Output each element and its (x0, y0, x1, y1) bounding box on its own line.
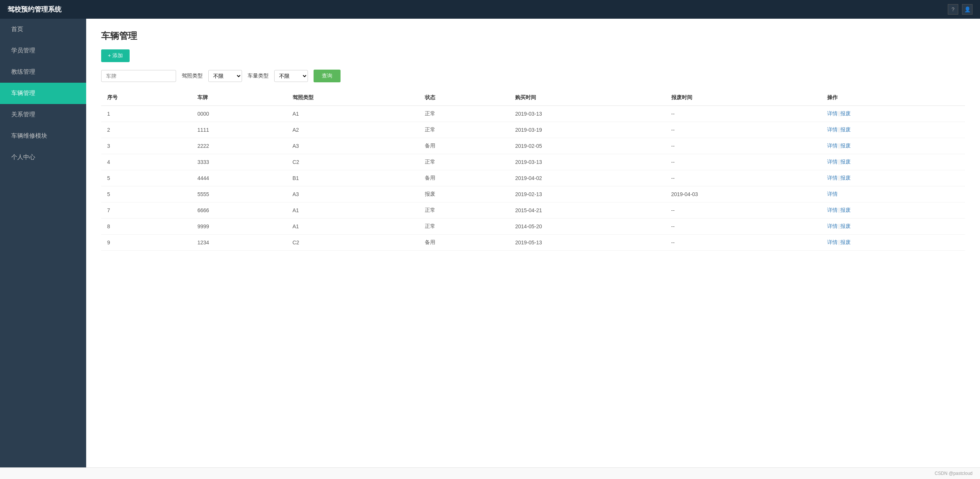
op-scrap-link[interactable]: 报废 (840, 159, 851, 165)
cell-status: 备用 (419, 235, 509, 251)
table-row: 8 9999 A1 正常 2014-05-20 -- 详情|报废 (101, 219, 965, 235)
cell-status: 备用 (419, 138, 509, 154)
app-title: 驾校预约管理系统 (8, 5, 61, 14)
cell-buy-date: 2014-05-20 (509, 219, 665, 235)
cell-ops: 详情|报废 (821, 219, 965, 235)
sidebar-item-personal[interactable]: 个人中心 (0, 147, 86, 168)
cell-scrap-date: -- (665, 219, 821, 235)
op-scrap-link[interactable]: 报废 (840, 207, 851, 213)
op-separator: | (838, 239, 840, 245)
col-license: 驾照类型 (286, 90, 419, 106)
sidebar: 首页 学员管理 教练管理 车辆管理 关系管理 车辆维修模块 个人中心 (0, 19, 86, 467)
vehicle-table: 序号 车牌 驾照类型 状态 购买时间 报废时间 操作 1 0000 A1 正常 … (101, 90, 965, 251)
op-separator: | (838, 159, 840, 165)
cell-buy-date: 2019-03-19 (509, 122, 665, 138)
cell-id: 4 (101, 154, 191, 170)
cell-plate: 1111 (191, 122, 286, 138)
cell-license: A3 (286, 186, 419, 203)
cell-status: 正常 (419, 154, 509, 170)
cell-buy-date: 2019-03-13 (509, 106, 665, 122)
col-scrap-date: 报废时间 (665, 90, 821, 106)
cell-buy-date: 2019-03-13 (509, 154, 665, 170)
cell-id: 2 (101, 122, 191, 138)
license-type-select[interactable]: 不限 A1 A2 A3 B1 B2 C1 C2 (208, 70, 242, 82)
op-detail-link[interactable]: 详情 (827, 159, 838, 165)
header: 驾校预约管理系统 ? 👤 (0, 0, 980, 19)
cell-plate: 2222 (191, 138, 286, 154)
cell-scrap-date: -- (665, 235, 821, 251)
cell-status: 正常 (419, 122, 509, 138)
op-scrap-link[interactable]: 报废 (840, 223, 851, 229)
op-detail-link[interactable]: 详情 (827, 223, 838, 229)
page-title: 车辆管理 (101, 30, 965, 42)
plate-input[interactable] (101, 70, 176, 82)
cell-buy-date: 2019-02-05 (509, 138, 665, 154)
cell-id: 5 (101, 186, 191, 203)
op-detail-link[interactable]: 详情 (827, 127, 838, 132)
sidebar-item-repair[interactable]: 车辆维修模块 (0, 125, 86, 147)
col-id: 序号 (101, 90, 191, 106)
main-content: 车辆管理 + 添加 驾照类型 不限 A1 A2 A3 B1 B2 C1 C2 车… (86, 19, 980, 467)
cell-scrap-date: -- (665, 154, 821, 170)
cell-id: 1 (101, 106, 191, 122)
sidebar-item-student[interactable]: 学员管理 (0, 40, 86, 61)
op-scrap-link[interactable]: 报废 (840, 127, 851, 132)
op-detail-link[interactable]: 详情 (827, 239, 838, 245)
op-detail-link[interactable]: 详情 (827, 110, 838, 116)
table-row: 7 6666 A1 正常 2015-04-21 -- 详情|报废 (101, 203, 965, 219)
table-row: 9 1234 C2 备用 2019-05-13 -- 详情|报废 (101, 235, 965, 251)
layout: 首页 学员管理 教练管理 车辆管理 关系管理 车辆维修模块 个人中心 车辆管理 … (0, 19, 980, 467)
cell-license: A1 (286, 203, 419, 219)
cell-plate: 9999 (191, 219, 286, 235)
sidebar-item-vehicle[interactable]: 车辆管理 (0, 83, 86, 104)
table-row: 1 0000 A1 正常 2019-03-13 -- 详情|报废 (101, 106, 965, 122)
cell-status: 正常 (419, 203, 509, 219)
col-plate: 车牌 (191, 90, 286, 106)
cell-id: 3 (101, 138, 191, 154)
cell-scrap-date: -- (665, 170, 821, 186)
table-row: 3 2222 A3 备用 2019-02-05 -- 详情|报废 (101, 138, 965, 154)
sidebar-item-coach[interactable]: 教练管理 (0, 61, 86, 83)
cell-status: 正常 (419, 106, 509, 122)
cell-scrap-date: -- (665, 203, 821, 219)
op-separator: | (838, 223, 840, 229)
cell-scrap-date: -- (665, 106, 821, 122)
cell-status: 报废 (419, 186, 509, 203)
cell-scrap-date: -- (665, 122, 821, 138)
cell-plate: 4444 (191, 170, 286, 186)
op-scrap-link[interactable]: 报废 (840, 239, 851, 245)
cell-license: A1 (286, 106, 419, 122)
op-scrap-link[interactable]: 报废 (840, 110, 851, 116)
cell-ops: 详情|报废 (821, 235, 965, 251)
cell-ops: 详情|报废 (821, 170, 965, 186)
help-icon[interactable]: ? (948, 4, 958, 14)
col-ops: 操作 (821, 90, 965, 106)
cell-status: 备用 (419, 170, 509, 186)
add-button[interactable]: + 添加 (101, 49, 130, 62)
col-buy-date: 购买时间 (509, 90, 665, 106)
cell-plate: 0000 (191, 106, 286, 122)
search-button[interactable]: 查询 (313, 70, 340, 82)
cell-ops: 详情|报废 (821, 106, 965, 122)
cell-license: A2 (286, 122, 419, 138)
cell-id: 5 (101, 170, 191, 186)
cell-buy-date: 2019-05-13 (509, 235, 665, 251)
cell-ops: 详情 (821, 186, 965, 203)
op-detail-link[interactable]: 详情 (827, 175, 838, 181)
vehicle-type-select[interactable]: 不限 轿车 SUV 货车 客车 (274, 70, 308, 82)
op-detail-link[interactable]: 详情 (827, 207, 838, 213)
table-row: 5 5555 A3 报废 2019-02-13 2019-04-03 详情 (101, 186, 965, 203)
op-separator: | (838, 127, 840, 132)
sidebar-item-relation[interactable]: 关系管理 (0, 104, 86, 125)
op-separator: | (838, 175, 840, 181)
cell-license: A1 (286, 219, 419, 235)
cell-status: 正常 (419, 219, 509, 235)
op-separator: | (838, 207, 840, 213)
sidebar-item-home[interactable]: 首页 (0, 19, 86, 40)
cell-license: B1 (286, 170, 419, 186)
op-detail-link[interactable]: 详情 (827, 191, 838, 197)
op-scrap-link[interactable]: 报废 (840, 175, 851, 181)
op-scrap-link[interactable]: 报废 (840, 143, 851, 149)
op-detail-link[interactable]: 详情 (827, 143, 838, 149)
user-icon[interactable]: 👤 (962, 4, 972, 14)
